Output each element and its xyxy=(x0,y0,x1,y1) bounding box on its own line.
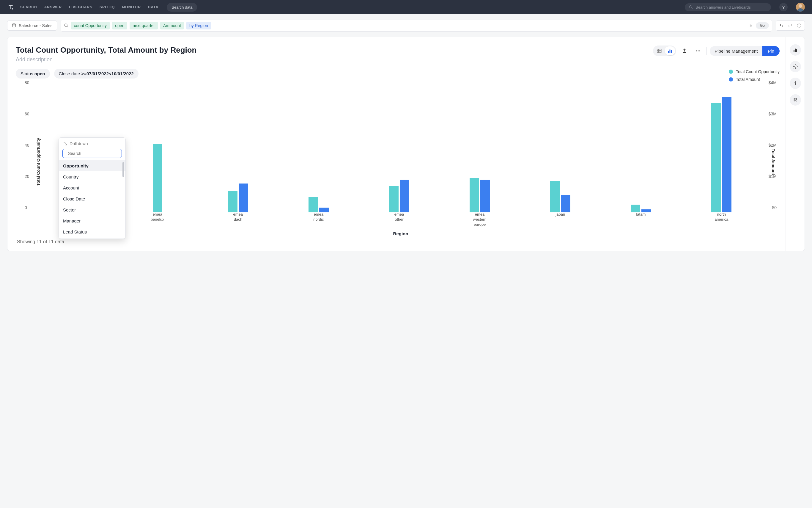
database-icon xyxy=(12,23,16,28)
x-label: emeawesterneurope xyxy=(440,212,520,227)
legend-swatch xyxy=(729,70,733,74)
redo-button[interactable] xyxy=(788,23,793,28)
drill-down-icon xyxy=(63,141,67,146)
clear-search-button[interactable]: ✕ xyxy=(749,23,753,28)
drill-search[interactable] xyxy=(62,149,122,158)
y-tick-left: 40 xyxy=(25,143,30,147)
rail-r-button[interactable]: R xyxy=(790,94,801,105)
bar-count[interactable] xyxy=(550,181,560,212)
drill-down-header: Drill down xyxy=(59,141,126,149)
x-label: emeabenelux xyxy=(117,212,198,227)
drill-item[interactable]: Manager xyxy=(59,215,126,226)
bar-group[interactable] xyxy=(117,87,198,212)
search-token[interactable]: Ammount xyxy=(160,22,184,30)
search-data-button[interactable]: Search data xyxy=(167,3,197,12)
filter-close-date[interactable]: Close date >=07/01/2022<10/01/2022 xyxy=(54,69,139,79)
bar-count[interactable] xyxy=(631,205,640,212)
bar-count[interactable] xyxy=(470,178,479,213)
bar-amount[interactable] xyxy=(561,195,570,212)
bar-amount[interactable] xyxy=(480,180,490,212)
global-search[interactable] xyxy=(685,3,771,11)
nav-search[interactable]: SEARCH xyxy=(20,5,37,9)
user-avatar[interactable] xyxy=(796,3,805,12)
bar-amount[interactable] xyxy=(319,208,329,212)
chart-plot[interactable]: 020406080$0$1M$2M$3M$4M xyxy=(37,87,762,212)
bar-count[interactable] xyxy=(308,197,318,213)
drill-item[interactable]: Account xyxy=(59,182,126,193)
rail-info-button[interactable]: i xyxy=(790,78,801,89)
global-search-input[interactable] xyxy=(696,5,767,9)
svg-rect-14 xyxy=(795,49,796,52)
bar-group[interactable] xyxy=(198,87,278,212)
bar-group[interactable] xyxy=(278,87,359,212)
bar-amount[interactable] xyxy=(239,183,248,212)
y-tick-left: 0 xyxy=(25,205,27,210)
bar-count[interactable] xyxy=(153,144,162,212)
app-logo[interactable] xyxy=(7,4,14,11)
search-icon xyxy=(64,23,69,28)
bar-count[interactable] xyxy=(711,103,721,213)
chart[interactable]: Total Count Opportunity Total Amount 020… xyxy=(16,87,785,236)
go-button[interactable]: Go xyxy=(756,22,769,29)
search-token[interactable]: count Opportunity xyxy=(71,22,110,30)
bar-count[interactable] xyxy=(389,186,398,212)
bar-amount[interactable] xyxy=(722,97,731,213)
gear-icon xyxy=(793,64,798,69)
nav-monitor[interactable]: MONITOR xyxy=(122,5,141,9)
y-tick-left: 20 xyxy=(25,174,30,179)
scrollbar-thumb[interactable] xyxy=(123,162,124,177)
drill-item[interactable]: Close Date xyxy=(59,193,126,204)
drill-item[interactable]: Lead Status xyxy=(59,226,126,237)
svg-point-2 xyxy=(799,4,802,8)
divider xyxy=(707,47,707,55)
share-button[interactable] xyxy=(679,45,690,56)
pin-group: Pipeline Management Pin xyxy=(710,46,779,56)
bar-group[interactable] xyxy=(520,87,601,212)
bar-group[interactable] xyxy=(601,87,681,212)
chart-view-button[interactable] xyxy=(665,46,675,55)
nav-data[interactable]: DATA xyxy=(148,5,159,9)
answer-description[interactable]: Add description xyxy=(16,56,197,63)
legend-item[interactable]: Total Count Opportunity xyxy=(729,69,779,74)
search-token[interactable]: open xyxy=(112,22,127,30)
bars xyxy=(37,87,762,212)
nav-spotiq[interactable]: SPOTIQ xyxy=(100,5,115,9)
data-source-selector[interactable]: Salesforce - Sales xyxy=(7,20,57,31)
x-label: japan xyxy=(520,212,601,227)
bar-group[interactable] xyxy=(359,87,439,212)
undo-button[interactable] xyxy=(779,23,784,28)
rail-chart-config-button[interactable] xyxy=(790,44,801,56)
nav-answer[interactable]: ANSWER xyxy=(44,5,62,9)
bar-count[interactable] xyxy=(228,190,237,213)
drill-list[interactable]: Opportunity Country Account Close Date S… xyxy=(59,160,126,237)
bar-amount[interactable] xyxy=(400,180,409,212)
drill-item[interactable]: Sector xyxy=(59,204,126,215)
right-rail: i R xyxy=(785,37,805,251)
nav-liveboards[interactable]: LIVEBOARS xyxy=(69,5,92,9)
bar-group[interactable] xyxy=(440,87,520,212)
reset-button[interactable] xyxy=(797,23,802,28)
table-view-button[interactable] xyxy=(654,46,665,55)
search-bar[interactable]: count Opportunity open next quarter Ammo… xyxy=(61,19,772,32)
filter-bar: Status open Close date >=07/01/2022<10/0… xyxy=(16,69,785,79)
search-token[interactable]: next quarter xyxy=(130,22,158,30)
svg-point-1 xyxy=(689,6,692,8)
pin-button[interactable]: Pin xyxy=(762,46,779,56)
r-icon: R xyxy=(794,97,797,102)
more-menu-button[interactable] xyxy=(693,45,704,56)
info-icon: i xyxy=(795,80,796,87)
drill-item[interactable]: Country xyxy=(59,171,126,182)
x-label: emeadach xyxy=(198,212,278,227)
filter-status[interactable]: Status open xyxy=(16,69,50,79)
svg-rect-8 xyxy=(671,50,672,53)
search-token[interactable]: by Region xyxy=(186,22,211,30)
svg-point-4 xyxy=(64,24,67,27)
drill-item[interactable]: Opportunity xyxy=(59,160,126,171)
search-icon xyxy=(689,5,693,9)
help-button[interactable]: ? xyxy=(779,3,787,11)
bar-group[interactable] xyxy=(681,87,762,212)
pipeline-dropdown[interactable]: Pipeline Management xyxy=(710,46,762,56)
drill-search-input[interactable] xyxy=(68,151,120,156)
answer-title[interactable]: Total Count Opportunity, Total Amount by… xyxy=(16,45,197,55)
rail-settings-button[interactable] xyxy=(790,61,801,72)
